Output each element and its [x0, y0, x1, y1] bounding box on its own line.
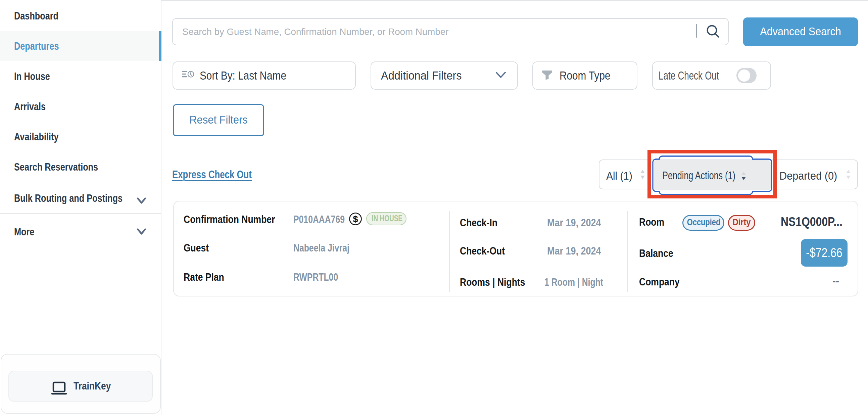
svg-text:$: $ [353, 214, 358, 224]
